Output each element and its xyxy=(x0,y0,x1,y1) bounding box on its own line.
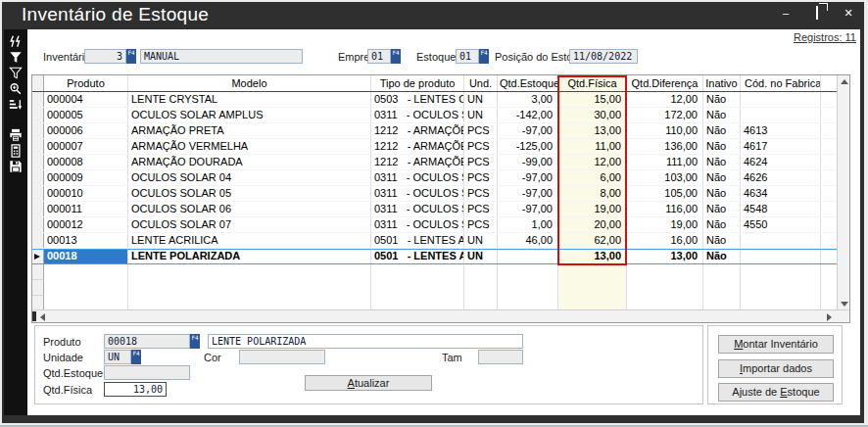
detail-qtd-fisica-input[interactable]: 13,00 xyxy=(104,382,167,397)
cell-qtd-diferenca[interactable]: 103,00 xyxy=(627,170,703,185)
unidade-lookup-button[interactable]: F4 xyxy=(131,350,141,364)
print-icon[interactable] xyxy=(8,128,24,141)
refresh-icon[interactable] xyxy=(8,35,24,48)
cell-tipo-produto[interactable]: 1212 - ARMAÇÕES xyxy=(371,123,464,138)
cell-modelo[interactable]: ARMAÇÃO VERMELHA xyxy=(128,139,371,154)
cell-qtd-fisica[interactable]: 62,00 xyxy=(558,233,627,248)
cell-produto[interactable]: 000008 xyxy=(44,155,128,169)
cell-tipo-produto[interactable]: 1212 - ARMAÇÕES xyxy=(371,155,464,169)
tam-input[interactable] xyxy=(478,350,523,364)
cell-qtd-estoque[interactable]: -97,00 xyxy=(498,202,558,216)
scroll-up-icon[interactable] xyxy=(841,79,848,84)
cell-qtd-estoque[interactable]: -97,00 xyxy=(498,123,558,138)
cell-cod-fabricante[interactable] xyxy=(741,92,821,107)
cell-und[interactable]: PCS xyxy=(464,170,498,185)
cell-inativo[interactable]: Não xyxy=(703,123,741,138)
cell-cod-fabricante[interactable]: 4626 xyxy=(741,170,821,185)
row-header-cell[interactable] xyxy=(32,202,44,216)
cell-qtd-diferenca[interactable]: 172,00 xyxy=(627,108,703,122)
table-row[interactable]: 00018 LENTE POLARIZADA 0501 - LENTES ACR… xyxy=(32,249,838,264)
detail-produto-lookup-button[interactable]: F4 xyxy=(190,334,200,349)
cell-qtd-diferenca[interactable]: 110,00 xyxy=(627,123,703,138)
cell-modelo[interactable]: LENTE POLARIZADA xyxy=(128,250,371,263)
cell-tipo-produto[interactable]: 1212 - ARMAÇÕES xyxy=(371,139,464,154)
table-row[interactable]: 000011 OCULOS SOLAR 06 0311 - OCULOS SOL… xyxy=(32,202,838,217)
filter-icon[interactable] xyxy=(8,51,24,64)
cell-inativo[interactable]: Não xyxy=(703,250,741,263)
column-header-inativo[interactable]: Inativo xyxy=(703,75,741,91)
column-header-qtd-diferenca[interactable]: Qtd.Diferença xyxy=(627,75,703,91)
cell-qtd-diferenca[interactable]: 12,00 xyxy=(627,92,703,107)
cell-produto[interactable]: 000011 xyxy=(44,202,128,216)
cell-qtd-estoque[interactable] xyxy=(498,250,558,263)
scroll-left-icon[interactable] xyxy=(40,313,45,321)
cell-inativo[interactable]: Não xyxy=(703,233,741,248)
cell-qtd-fisica[interactable]: 15,00 xyxy=(558,92,627,107)
cell-cod-fabricante[interactable]: 4634 xyxy=(741,186,821,201)
cell-modelo[interactable]: ARMAÇÃO PRETA xyxy=(128,123,371,138)
cell-produto[interactable]: 000010 xyxy=(44,186,128,201)
column-header-produto[interactable]: Produto xyxy=(44,75,128,91)
close-button[interactable]: ✕ xyxy=(841,7,856,21)
column-header-und[interactable]: Und. xyxy=(464,75,498,91)
cell-tipo-produto[interactable]: 0503 - LENTES CRISTAL xyxy=(371,92,464,107)
titlebar[interactable]: Inventário de Estoque – ✕ xyxy=(2,2,864,29)
cell-inativo[interactable]: Não xyxy=(703,155,741,169)
cell-und[interactable]: PCS xyxy=(464,155,498,169)
horizontal-scrollbar[interactable] xyxy=(32,309,849,322)
inventario-name-input[interactable]: MANUAL xyxy=(140,49,303,64)
inventario-lookup-button[interactable]: F4 xyxy=(126,49,136,64)
importar-dados-button[interactable]: Importar dados xyxy=(718,359,834,378)
save-icon[interactable] xyxy=(8,160,24,172)
cell-inativo[interactable]: Não xyxy=(703,108,741,122)
cell-inativo[interactable]: Não xyxy=(703,170,741,185)
cell-modelo[interactable]: OCULOS SOLAR 06 xyxy=(128,202,371,216)
row-header-cell[interactable] xyxy=(32,123,44,138)
cell-qtd-estoque[interactable]: -125,00 xyxy=(498,139,558,154)
cell-und[interactable]: UN xyxy=(464,250,498,263)
cell-modelo[interactable]: LENTE ACRILICA xyxy=(128,233,371,248)
row-header-cell[interactable] xyxy=(32,250,44,263)
cell-inativo[interactable]: Não xyxy=(703,202,741,216)
cell-modelo[interactable]: ARMAÇÃO DOURADA xyxy=(128,155,371,169)
cell-produto[interactable]: 000009 xyxy=(44,170,128,185)
row-header-cell[interactable] xyxy=(32,92,44,107)
cell-modelo[interactable]: OCULOS SOLAR 07 xyxy=(128,217,371,232)
cell-qtd-fisica[interactable]: 12,00 xyxy=(558,155,627,169)
cell-qtd-estoque[interactable]: -142,00 xyxy=(498,108,558,122)
cell-qtd-fisica[interactable]: 11,00 xyxy=(558,139,627,154)
row-header-cell[interactable] xyxy=(32,186,44,201)
detail-produto-desc-input[interactable]: LENTE POLARIZADA xyxy=(208,334,523,349)
cell-cod-fabricante[interactable] xyxy=(741,233,821,248)
estoque-lookup-button[interactable]: F4 xyxy=(479,49,489,64)
cell-tipo-produto[interactable]: 0311 - OCULOS SOLAR DIVER xyxy=(371,108,464,122)
cell-modelo[interactable]: LENTE CRYSTAL xyxy=(128,92,371,107)
table-row[interactable]: 000008 ARMAÇÃO DOURADA 1212 - ARMAÇÕES P… xyxy=(32,155,838,170)
cell-qtd-estoque[interactable]: 3,00 xyxy=(498,92,558,107)
row-header-cell[interactable] xyxy=(32,155,44,169)
cell-tipo-produto[interactable]: 0501 - LENTES ACRILICAS xyxy=(371,233,464,248)
cell-produto[interactable]: 000005 xyxy=(44,108,128,122)
cell-qtd-estoque[interactable]: 46,00 xyxy=(498,233,558,248)
cell-qtd-fisica[interactable]: 13,00 xyxy=(558,250,627,263)
unidade-input[interactable]: UN xyxy=(104,350,131,364)
atualizar-button[interactable]: Atualizar xyxy=(305,375,432,391)
cell-qtd-diferenca[interactable]: 19,00 xyxy=(627,217,703,232)
row-header-cell[interactable] xyxy=(32,108,44,122)
estoque-input[interactable]: 01 xyxy=(456,49,479,64)
search-icon[interactable] xyxy=(8,82,24,95)
cell-und[interactable]: PCS xyxy=(464,202,498,216)
cell-modelo[interactable]: OCULOS SOLAR 04 xyxy=(128,170,371,185)
cell-cod-fabricante[interactable] xyxy=(741,250,821,263)
cell-qtd-diferenca[interactable]: 111,00 xyxy=(627,155,703,169)
cell-produto[interactable]: 00013 xyxy=(44,233,128,248)
row-header-cell[interactable] xyxy=(32,139,44,154)
cell-cod-fabricante[interactable]: 4613 xyxy=(741,123,821,138)
registros-link[interactable]: Registros: 11 xyxy=(794,31,856,43)
cell-produto[interactable]: 000004 xyxy=(44,92,128,107)
cell-und[interactable]: UN xyxy=(464,233,498,248)
cell-und[interactable]: PCS xyxy=(464,139,498,154)
cell-qtd-diferenca[interactable]: 116,00 xyxy=(627,202,703,216)
scroll-down-icon[interactable] xyxy=(841,302,848,307)
cell-qtd-diferenca[interactable]: 13,00 xyxy=(627,250,703,263)
